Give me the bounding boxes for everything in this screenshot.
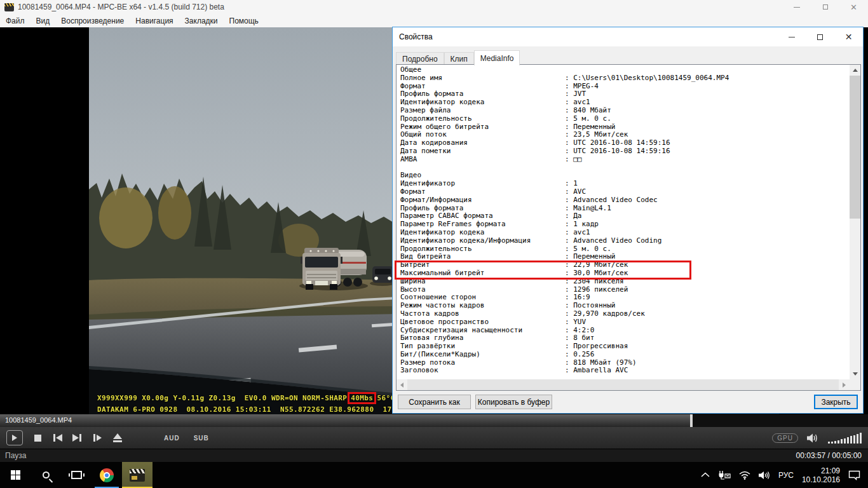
mediainfo-row: Формат: MPEG-4 bbox=[400, 83, 850, 91]
mediainfo-row: Идентификатор кодека/Информация: Advance… bbox=[400, 237, 850, 245]
mediainfo-row: Размер файла: 840 Мбайт bbox=[400, 107, 850, 115]
scroll-left-button[interactable] bbox=[397, 379, 407, 390]
clock-time: 21:09 bbox=[802, 466, 840, 475]
windows-logo-icon bbox=[11, 470, 20, 480]
power-plug-icon[interactable] bbox=[718, 470, 731, 480]
vertical-scroll-thumb[interactable] bbox=[850, 76, 860, 219]
subtitle-track-button[interactable]: SUB bbox=[194, 435, 209, 442]
eject-button[interactable] bbox=[113, 430, 122, 445]
mediainfo-row: AMBA: □□ bbox=[400, 156, 850, 164]
tray-speaker-icon[interactable] bbox=[759, 471, 770, 480]
volume-slider[interactable] bbox=[828, 433, 862, 444]
restore-icon bbox=[823, 4, 828, 10]
mediainfo-row: Идентификатор кодека: avc1 bbox=[400, 98, 850, 107]
mediainfo-row: Тип развёртки: Прогрессивная bbox=[400, 342, 850, 351]
skip-back-icon bbox=[53, 434, 55, 442]
dialog-title: Свойства bbox=[399, 32, 433, 41]
dialog-titlebar: Свойства ✕ bbox=[393, 27, 863, 46]
task-view-icon bbox=[71, 471, 82, 479]
mediainfo-row: Видео bbox=[400, 172, 850, 180]
mpc-be-app-icon bbox=[4, 3, 14, 11]
frame-step-icon bbox=[93, 434, 95, 442]
dialog-button-row: Сохранить как Копировать в буфер Закрыть bbox=[393, 395, 863, 409]
car bbox=[370, 266, 395, 286]
taskbar-chrome[interactable] bbox=[92, 462, 122, 488]
menu-view[interactable]: Вид bbox=[31, 14, 56, 27]
seek-position-marker[interactable] bbox=[690, 414, 693, 427]
menu-bookmarks[interactable]: Закладки bbox=[179, 14, 224, 27]
search-button[interactable] bbox=[31, 462, 61, 488]
stop-icon bbox=[34, 435, 41, 442]
playback-state: Пауза bbox=[5, 451, 26, 460]
arrow-up-icon bbox=[853, 66, 858, 72]
osd-bitrate-annotated: 40Mbs bbox=[348, 392, 376, 404]
dashcam-osd-line2: DATAKAM 6-PRO 0928 08.10.2016 15:03:11 N… bbox=[97, 405, 419, 414]
copy-to-clipboard-button[interactable]: Копировать в буфер bbox=[475, 395, 552, 409]
next-button[interactable] bbox=[72, 430, 81, 445]
close-icon: ✕ bbox=[845, 32, 853, 41]
action-center-icon[interactable] bbox=[848, 470, 860, 480]
menu-playback[interactable]: Воспроизведение bbox=[55, 14, 130, 27]
minimize-icon bbox=[789, 37, 795, 37]
dialog-maximize-button[interactable] bbox=[806, 27, 834, 46]
seek-progress-fill bbox=[0, 414, 690, 427]
mediainfo-row: Дата пометки: UTC 2016-10-08 14:59:16 bbox=[400, 147, 850, 156]
audio-track-button[interactable]: AUD bbox=[164, 435, 180, 442]
keyboard-language-indicator[interactable]: РУС bbox=[778, 471, 794, 480]
mediainfo-row: Частота кадров: 29,970 кадров/сек bbox=[400, 310, 850, 318]
taskbar-mpc-be-active[interactable] bbox=[122, 462, 153, 488]
menu-bar: Файл Вид Воспроизведение Навигация Закла… bbox=[0, 14, 868, 27]
mediainfo-blank-row bbox=[400, 164, 850, 172]
tab-details[interactable]: Подробно bbox=[396, 52, 444, 65]
mediainfo-row: Субдискретизация насыщенности: 4:2:0 bbox=[400, 327, 850, 335]
close-dialog-button[interactable]: Закрыть bbox=[814, 395, 858, 409]
menu-navigation[interactable]: Навигация bbox=[130, 14, 179, 27]
task-view-button[interactable] bbox=[61, 462, 92, 488]
menu-help[interactable]: Помощь bbox=[224, 14, 264, 27]
tab-clip[interactable]: Клип bbox=[444, 52, 474, 65]
chrome-icon bbox=[100, 468, 114, 482]
wifi-icon[interactable] bbox=[739, 471, 750, 480]
play-button[interactable] bbox=[6, 430, 23, 445]
horizontal-scroll-thumb[interactable] bbox=[407, 379, 839, 390]
scroll-down-button[interactable] bbox=[850, 369, 860, 379]
clock[interactable]: 21:09 10.10.2016 bbox=[802, 466, 840, 484]
scroll-right-button[interactable] bbox=[839, 379, 850, 390]
frame-step-button[interactable] bbox=[93, 430, 102, 445]
vertical-scrollbar[interactable] bbox=[850, 65, 860, 379]
frame-step-icon bbox=[97, 435, 102, 441]
menu-file[interactable]: Файл bbox=[0, 14, 31, 27]
clock-date: 10.10.2016 bbox=[802, 475, 840, 484]
horizontal-scrollbar[interactable] bbox=[397, 379, 850, 390]
tray-expand-chevron-icon[interactable] bbox=[701, 472, 710, 478]
scrollbar-corner bbox=[850, 379, 860, 390]
osd-telemetry: X999XX999 X0.00g Y-0.11g Z0.13g EV0.0 WD… bbox=[97, 394, 347, 402]
dialog-minimize-button[interactable] bbox=[777, 27, 806, 46]
restore-button[interactable] bbox=[811, 0, 839, 14]
tab-mediainfo[interactable]: MediaInfo bbox=[474, 50, 520, 65]
playback-time: 00:03:57 / 00:05:00 bbox=[796, 451, 862, 460]
mediainfo-row: Продолжительность: 5 м. 0 с. bbox=[400, 115, 850, 123]
mediainfo-panel: ОбщееПолное имя: C:\Users\01\Desktop\100… bbox=[396, 64, 861, 391]
mediainfo-row: Идентификатор: 1 bbox=[400, 180, 850, 188]
skip-forward-icon bbox=[79, 434, 81, 442]
stop-button[interactable] bbox=[34, 430, 41, 445]
seek-bar[interactable]: 10081459_0064.MP4 bbox=[0, 414, 868, 427]
skip-back-icon bbox=[56, 434, 62, 442]
mpc-be-icon bbox=[130, 469, 145, 482]
arrow-down-icon bbox=[853, 372, 858, 378]
dashcam-osd-line1: X999XX999 X0.00g Y-0.11g Z0.13g EV0.0 WD… bbox=[97, 394, 395, 402]
speaker-icon[interactable] bbox=[807, 433, 819, 443]
start-button[interactable] bbox=[0, 462, 31, 488]
close-button[interactable]: ✕ bbox=[839, 0, 868, 14]
dialog-close-button[interactable]: ✕ bbox=[834, 27, 863, 46]
arrow-right-icon bbox=[843, 383, 848, 388]
skip-forward-icon bbox=[72, 434, 79, 442]
minimize-button[interactable] bbox=[782, 0, 811, 14]
dialog-tabs: Подробно Клип MediaInfo bbox=[396, 50, 520, 65]
window-title: 10081459_0064.MP4 - MPC-BE x64 - v1.4.5 … bbox=[18, 3, 224, 11]
mediainfo-row: Заголовок: Ambarella AVC bbox=[400, 367, 850, 375]
save-as-button[interactable]: Сохранить как bbox=[398, 395, 471, 409]
previous-button[interactable] bbox=[53, 430, 62, 445]
scroll-up-button[interactable] bbox=[850, 65, 860, 76]
